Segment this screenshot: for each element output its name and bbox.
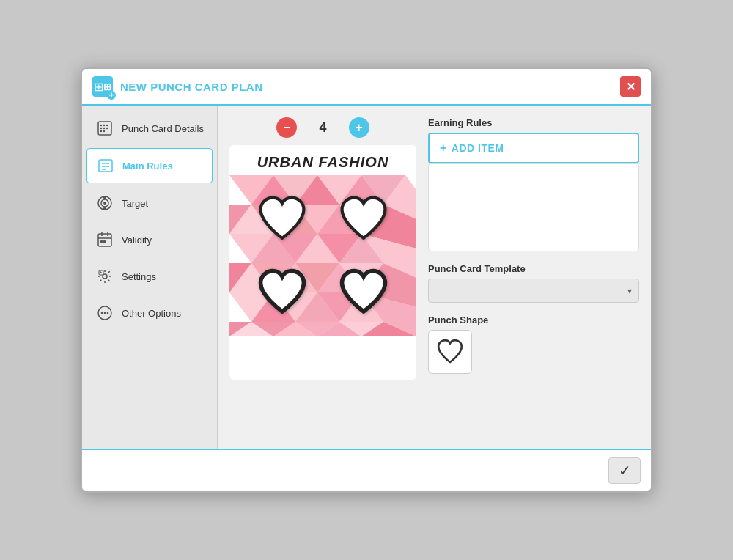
svg-point-6	[106, 128, 108, 129]
svg-rect-22	[100, 240, 103, 243]
sidebar-item-label: Target	[122, 198, 148, 209]
card-geometric-bg	[229, 175, 416, 336]
svg-rect-17	[103, 207, 106, 210]
main-content: − 4 + URBAN FASHION	[218, 106, 651, 449]
svg-point-15	[103, 202, 106, 205]
sidebar-item-label: Punch Card Details	[122, 123, 204, 134]
sidebar-item-label: Validity	[122, 235, 152, 246]
right-panel: Earning Rules + ADD ITEM Punch Card Temp…	[428, 117, 639, 437]
svg-point-28	[104, 312, 106, 314]
svg-point-8	[103, 130, 105, 132]
svg-rect-23	[103, 240, 106, 243]
svg-point-2	[103, 125, 105, 126]
card-title-area: URBAN FASHION	[229, 145, 416, 175]
svg-point-27	[101, 312, 103, 314]
template-dropdown-wrapper: ▾	[428, 279, 639, 303]
sidebar-item-label: Settings	[122, 271, 156, 282]
sidebar-item-punch-card-details[interactable]: Punch Card Details	[86, 111, 213, 145]
validity-icon	[95, 230, 114, 249]
card-image: URBAN FASHION	[229, 145, 416, 380]
svg-point-29	[107, 312, 109, 314]
heart-4	[329, 262, 399, 323]
sidebar-item-settings[interactable]: Settings	[86, 259, 213, 293]
add-item-label: ADD ITEM	[452, 142, 504, 154]
sidebar-item-other-options[interactable]: Other Options	[86, 296, 213, 330]
earning-rules-section: Earning Rules + ADD ITEM	[428, 117, 639, 251]
template-dropdown[interactable]	[428, 279, 639, 303]
dialog-footer: ✓	[82, 449, 651, 491]
counter-value: 4	[319, 120, 326, 136]
sidebar-item-main-rules[interactable]: Main Rules	[86, 148, 213, 183]
svg-point-1	[100, 125, 102, 126]
sidebar-item-target[interactable]: Target	[86, 186, 213, 220]
heart-2	[329, 188, 399, 250]
add-icon: +	[440, 141, 447, 155]
earning-rules-area	[428, 163, 639, 251]
decrease-button[interactable]: −	[276, 117, 297, 138]
punch-shape-heart-icon	[436, 339, 464, 364]
punch-shape-label: Punch Shape	[428, 314, 639, 325]
brand-name: URBAN FASHION	[257, 154, 389, 170]
main-rules-icon	[96, 156, 115, 175]
title-left: ⊞ + NEW PUNCH CARD PLAN	[92, 76, 263, 97]
settings-icon	[95, 267, 114, 286]
template-label: Punch Card Template	[428, 263, 639, 274]
svg-point-4	[100, 128, 102, 129]
template-section: Punch Card Template ▾	[428, 263, 639, 303]
sidebar: Punch Card Details Main Rules	[82, 106, 218, 449]
svg-rect-16	[103, 196, 106, 199]
confirm-button[interactable]: ✓	[608, 457, 641, 484]
punch-shape-box[interactable]	[428, 330, 472, 374]
svg-rect-18	[98, 234, 111, 246]
svg-point-7	[100, 130, 102, 132]
plus-icon: +	[107, 91, 116, 100]
sidebar-item-label: Main Rules	[122, 161, 173, 172]
heart-1	[247, 188, 317, 250]
punch-card-details-icon	[95, 119, 114, 138]
dialog-icon: ⊞ +	[92, 76, 113, 97]
add-item-button[interactable]: + ADD ITEM	[428, 133, 639, 163]
card-preview-area: − 4 + URBAN FASHION	[229, 117, 416, 437]
svg-point-5	[103, 128, 105, 129]
sidebar-item-validity[interactable]: Validity	[86, 223, 213, 257]
dialog: ⊞ + NEW PUNCH CARD PLAN ✕	[81, 67, 652, 493]
close-button[interactable]: ✕	[620, 76, 641, 97]
dialog-body: Punch Card Details Main Rules	[82, 106, 651, 449]
punch-counter: − 4 +	[276, 117, 369, 138]
punch-shape-section: Punch Shape	[428, 314, 639, 374]
earning-rules-label: Earning Rules	[428, 117, 639, 128]
svg-point-3	[106, 125, 108, 126]
target-icon	[95, 194, 114, 213]
dialog-titlebar: ⊞ + NEW PUNCH CARD PLAN ✕	[82, 69, 651, 106]
heart-3	[247, 262, 317, 323]
other-options-icon	[95, 303, 114, 323]
sidebar-item-label: Other Options	[122, 308, 181, 319]
hearts-overlay	[229, 175, 416, 336]
increase-button[interactable]: +	[349, 117, 369, 138]
dialog-title: NEW PUNCH CARD PLAN	[120, 81, 263, 93]
